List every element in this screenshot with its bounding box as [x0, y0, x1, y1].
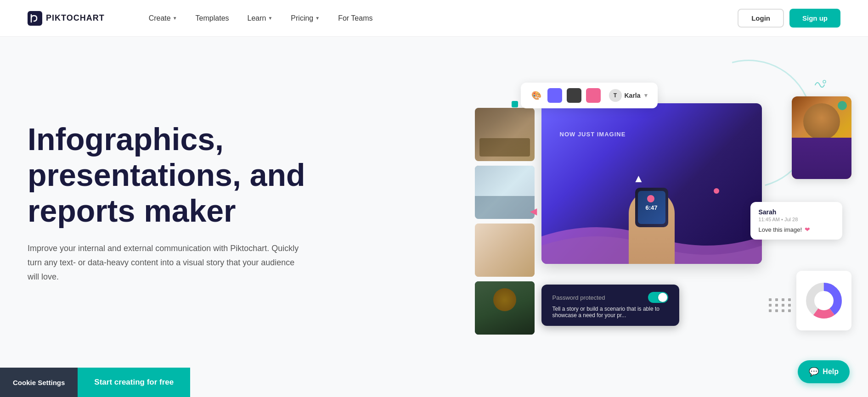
image-grid — [475, 108, 535, 336]
heart-icon: ❤ — [805, 226, 810, 233]
dot — [775, 298, 778, 301]
thumb-collab — [475, 224, 535, 277]
logo-link[interactable]: PIKTOCHART — [28, 11, 105, 26]
comment-timestamp: 11:45 AM • Jul 28 — [759, 217, 834, 222]
toolbar-user: T Karla ▼ — [609, 89, 649, 102]
thumb-office — [475, 166, 535, 219]
paint-icon: 🎨 — [530, 89, 543, 102]
hero-left: Infographics, presentations, and reports… — [28, 121, 475, 306]
portrait-card — [792, 96, 851, 179]
logo-icon — [28, 11, 42, 26]
password-card: Password protected Tell a story or build… — [541, 285, 679, 326]
presentation-desc: Tell a story or build a scenario that is… — [552, 306, 668, 319]
nav-create[interactable]: Create ▼ — [141, 11, 185, 26]
signup-button[interactable]: Sign up — [789, 9, 840, 28]
nav-learn[interactable]: Learn ▼ — [240, 11, 280, 26]
dot — [788, 298, 791, 301]
donut-chart — [806, 282, 842, 319]
main-presentation-card: NOW JUST IMAGINE 6:47 — [541, 103, 762, 264]
card-text: NOW JUST IMAGINE — [560, 131, 626, 138]
cookie-settings-button[interactable]: Cookie Settings — [0, 368, 78, 397]
toolbar-card: 🎨 T Karla ▼ — [521, 83, 658, 108]
mockup-container: 🎨 T Karla ▼ — [475, 83, 851, 340]
help-button[interactable]: 💬 Help — [798, 360, 850, 383]
password-row: Password protected — [552, 292, 668, 303]
pricing-chevron-icon: ▼ — [315, 16, 320, 21]
hero-section: Infographics, presentations, and reports… — [0, 37, 868, 381]
hand-watch-visual: 6:47 — [541, 163, 762, 264]
color-swatch-dark[interactable] — [567, 88, 581, 103]
comment-text: Love this image! ❤ — [759, 226, 834, 233]
chat-icon: 💬 — [809, 367, 819, 377]
annotation-dot — [647, 195, 654, 202]
dot — [782, 309, 784, 312]
dot — [769, 304, 772, 307]
dot — [769, 298, 772, 301]
dot — [775, 304, 778, 307]
comment-username: Sarah — [759, 208, 834, 216]
cta-bar: Cookie Settings Start creating for free — [0, 368, 190, 397]
password-label: Password protected — [552, 294, 605, 301]
card-background: NOW JUST IMAGINE 6:47 — [541, 103, 762, 264]
comment-card: Sarah 11:45 AM • Jul 28 Love this image!… — [750, 202, 842, 240]
hero-subtitle: Improve your internal and external commu… — [28, 241, 303, 284]
svg-point-5 — [816, 292, 832, 309]
toggle-knob — [658, 293, 667, 302]
color-swatch-purple[interactable] — [547, 88, 562, 103]
create-chevron-icon: ▼ — [173, 16, 177, 21]
dot — [788, 304, 791, 307]
grid-dots — [769, 298, 792, 312]
user-chevron-icon: ▼ — [643, 92, 649, 99]
nav-for-teams[interactable]: For Teams — [331, 11, 380, 26]
nav-links: Create ▼ Templates Learn ▼ Pricing ▼ For… — [141, 11, 738, 26]
password-toggle[interactable] — [648, 292, 668, 303]
svg-rect-0 — [28, 11, 42, 26]
portrait-background — [792, 96, 851, 179]
dot — [782, 304, 784, 307]
user-avatar: T — [609, 89, 622, 102]
hero-title: Infographics, presentations, and reports… — [28, 121, 457, 229]
color-swatch-pink[interactable] — [586, 88, 601, 103]
learn-chevron-icon: ▼ — [268, 16, 272, 21]
hero-mockup: + 🎨 T Karla ▼ — [475, 64, 841, 363]
dot — [788, 309, 791, 312]
dot — [769, 309, 772, 312]
dot — [775, 309, 778, 312]
nav-actions: Login Sign up — [738, 9, 840, 28]
cursor-icon: ▲ — [633, 172, 644, 185]
thumb-meeting — [475, 108, 535, 161]
start-creating-button[interactable]: Start creating for free — [78, 368, 190, 397]
dot — [782, 298, 784, 301]
login-button[interactable]: Login — [738, 9, 784, 28]
brand-name: PIKTOCHART — [46, 13, 105, 23]
nav-templates[interactable]: Templates — [188, 11, 237, 26]
thumb-person — [475, 281, 535, 335]
comment-dot — [714, 188, 719, 194]
navbar: PIKTOCHART Create ▼ Templates Learn ▼ Pr… — [0, 0, 868, 37]
chart-card — [796, 271, 851, 330]
nav-pricing[interactable]: Pricing ▼ — [283, 11, 327, 26]
left-arrow-icon: ◀ — [530, 206, 537, 217]
